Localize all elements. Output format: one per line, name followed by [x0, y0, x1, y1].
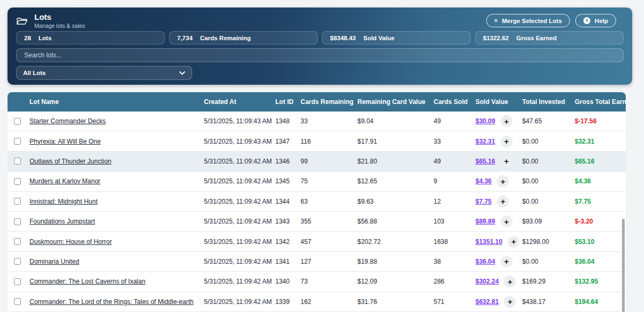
row-checkbox[interactable]	[14, 138, 21, 145]
cards-sold-cell: 12	[434, 198, 475, 205]
sold-value-link[interactable]: $4.36	[475, 177, 492, 185]
row-checkbox[interactable]	[14, 198, 21, 205]
lot-name-link[interactable]: Foundations Jumpstart	[30, 218, 95, 225]
gross-total-earned-cell: $65.16	[568, 158, 626, 165]
sold-value-link[interactable]: $7.75	[475, 198, 492, 205]
sold-value-link[interactable]: $30.09	[475, 117, 495, 125]
lot-id-cell: 1346	[275, 158, 301, 165]
lots-table: Lot Name Created At Lot ID Cards Remaini…	[8, 92, 626, 312]
remaining-card-value-cell: $9.04	[357, 117, 434, 125]
table-header-row: Lot Name Created At Lot ID Cards Remaini…	[8, 92, 626, 112]
total-invested-cell: $0.00	[516, 258, 568, 265]
row-checkbox[interactable]	[14, 158, 21, 165]
created-at-cell: 5/31/2025, 11:09:42 AM	[204, 198, 275, 205]
stat-cards-remaining: 7,734 Cards Remaining	[169, 31, 318, 44]
remaining-card-value-cell: $17.91	[357, 138, 434, 145]
remaining-card-value-cell: $21.80	[357, 158, 434, 165]
lot-filter-select[interactable]: All Lots	[16, 66, 192, 80]
gross-total-earned-cell: $7.75	[568, 198, 626, 205]
created-at-cell: 5/31/2025, 11:09:42 AM	[204, 258, 275, 265]
cards-sold-cell: 286	[434, 278, 475, 285]
row-checkbox[interactable]	[14, 278, 21, 285]
gross-total-earned-cell: $-17.56	[568, 117, 626, 125]
cards-remaining-cell: 127	[301, 258, 357, 265]
lot-id-cell: 1342	[275, 238, 301, 246]
lot-name-link[interactable]: Dominaria United	[30, 258, 79, 265]
created-at-cell: 5/31/2025, 11:09:42 AM	[204, 218, 275, 225]
add-sale-button[interactable]: +	[504, 276, 516, 287]
stat-sold-value-value: $8348.43	[330, 35, 356, 41]
lot-name-link[interactable]: Commander: The Lord of the Rings: Tales …	[30, 298, 194, 306]
lot-name-link[interactable]: Murders at Karlov Manor	[30, 177, 100, 185]
lot-name-link[interactable]: Duskmourn: House of Horror	[30, 238, 112, 246]
cards-sold-cell: 1638	[434, 238, 475, 246]
help-button[interactable]: ? Help	[575, 14, 616, 27]
row-checkbox[interactable]	[14, 178, 21, 185]
lots-header-panel: Lots Manage lots & sales × Merge Selecte…	[8, 8, 632, 85]
sold-value-link[interactable]: $36.04	[475, 258, 495, 265]
column-remaining-card-value: Remaining Card Value	[357, 98, 434, 106]
total-invested-cell: $93.09	[516, 218, 568, 225]
cards-sold-cell: 571	[434, 298, 475, 306]
stat-sold-value: $8348.43 Sold Value	[322, 31, 471, 44]
help-button-label: Help	[595, 18, 608, 24]
table-row: Dominaria United 5/31/2025, 11:09:42 AM …	[8, 252, 626, 272]
cards-remaining-cell: 33	[301, 117, 357, 125]
add-sale-button[interactable]: +	[497, 175, 509, 187]
page-subtitle: Manage lots & sales	[34, 23, 85, 29]
cards-sold-cell: 33	[434, 138, 475, 145]
lot-id-cell: 1344	[275, 198, 301, 205]
close-icon: ×	[494, 18, 497, 24]
merge-button-label: Merge Selected Lots	[502, 18, 562, 24]
lot-name-link[interactable]: Innistrad: Midnight Hunt	[30, 198, 98, 205]
sold-value-link[interactable]: $65.16	[475, 158, 495, 165]
stat-gross-earned: $1322.62 Gross Earned	[475, 31, 624, 44]
row-checkbox[interactable]	[14, 218, 21, 225]
sold-value-link[interactable]: $632.81	[475, 298, 499, 306]
lot-name-link[interactable]: Starter Commander Decks	[30, 117, 106, 125]
merge-selected-lots-button[interactable]: × Merge Selected Lots	[486, 14, 570, 27]
add-sale-button[interactable]: +	[501, 256, 513, 268]
table-row: Commander: The Lord of the Rings: Tales …	[8, 292, 626, 312]
row-checkbox[interactable]	[14, 238, 21, 245]
lot-id-cell: 1339	[275, 298, 301, 306]
column-cards-remaining: Cards Remaining	[301, 98, 357, 106]
remaining-card-value-cell: $19.88	[357, 258, 434, 265]
gross-total-earned-cell: $194.64	[568, 298, 626, 306]
row-checkbox[interactable]	[14, 118, 21, 125]
total-invested-cell: $0.00	[516, 158, 568, 165]
gross-total-earned-cell: $53.10	[568, 238, 626, 246]
add-sale-button[interactable]: +	[504, 296, 516, 308]
cards-remaining-cell: 457	[301, 238, 357, 246]
table-row: Duskmourn: House of Horror 5/31/2025, 11…	[8, 232, 626, 251]
add-sale-button[interactable]: +	[497, 196, 509, 207]
column-lot-name: Lot Name	[30, 98, 204, 106]
lot-id-cell: 1340	[275, 278, 301, 285]
sold-value-link[interactable]: $89.89	[475, 218, 495, 225]
gross-total-earned-cell: $32.31	[568, 138, 626, 145]
lot-name-link[interactable]: Commander: The Lost Caverns of Ixalan	[30, 278, 145, 285]
lot-id-cell: 1343	[275, 218, 301, 225]
row-checkbox[interactable]	[14, 298, 21, 305]
add-sale-button[interactable]: +	[501, 115, 513, 127]
lot-name-link[interactable]: Phyrexia: All Will Be One	[30, 138, 101, 145]
lot-name-link[interactable]: Outlaws of Thunder Junction	[30, 158, 112, 165]
search-input[interactable]	[16, 48, 624, 62]
table-row: Murders at Karlov Manor 5/31/2025, 11:09…	[8, 172, 626, 191]
add-sale-button[interactable]: +	[501, 155, 513, 167]
vertical-scrollbar-thumb[interactable]	[622, 219, 625, 312]
sold-value-link[interactable]: $1351.10	[475, 238, 502, 246]
created-at-cell: 5/31/2025, 11:09:43 AM	[204, 138, 275, 145]
cards-remaining-cell: 75	[301, 177, 357, 185]
total-invested-cell: $438.17	[516, 298, 568, 306]
cards-sold-cell: 49	[434, 117, 475, 125]
total-invested-cell: $0.00	[516, 177, 568, 185]
add-sale-button[interactable]: +	[501, 136, 513, 147]
sold-value-link[interactable]: $302.24	[475, 278, 499, 285]
sold-value-link[interactable]: $32.31	[475, 138, 495, 145]
row-checkbox[interactable]	[14, 258, 21, 265]
stat-cards-remaining-label: Cards Remaining	[200, 35, 251, 41]
add-sale-button[interactable]: +	[501, 216, 513, 227]
stat-cards-remaining-value: 7,734	[177, 35, 193, 41]
lot-id-cell: 1347	[275, 138, 301, 145]
